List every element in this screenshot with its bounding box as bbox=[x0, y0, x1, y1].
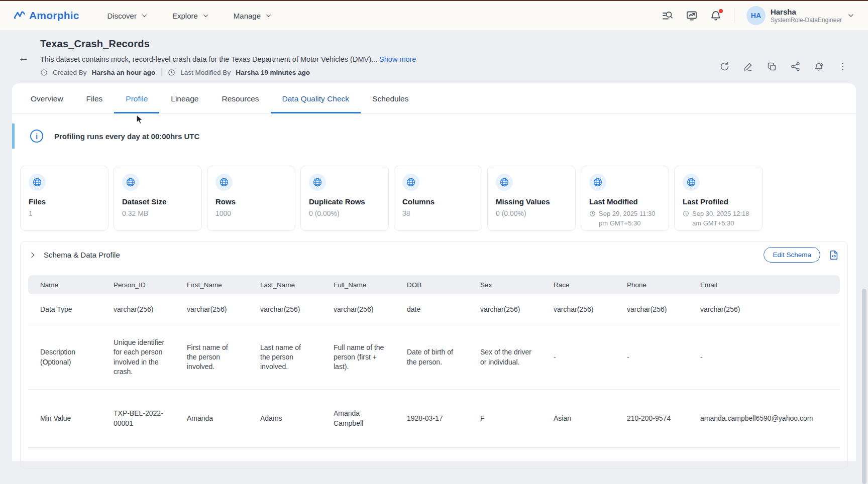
cell-dob: Date of birth of the person. bbox=[407, 347, 480, 367]
cell-text: Full name of the person (first + last). bbox=[334, 343, 385, 372]
table-row-data-type: Data Typevarchar(256)varchar(256)varchar… bbox=[28, 294, 840, 325]
tab-schedules[interactable]: Schedules bbox=[361, 83, 420, 113]
stat-date-text: Sep 29, 2025 11:30 pm GMT+5:30 bbox=[599, 209, 661, 228]
nav-menu-label: Manage bbox=[234, 12, 261, 20]
notifications-bell-icon[interactable] bbox=[710, 10, 722, 22]
amorphic-logo[interactable]: Amorphic bbox=[13, 9, 79, 22]
show-more-link[interactable]: Show more bbox=[379, 55, 416, 63]
divider bbox=[734, 8, 734, 23]
column-header-phone: Phone bbox=[627, 281, 700, 289]
edit-pencil-icon[interactable] bbox=[743, 61, 753, 72]
cell-dob: 1928-03-17 bbox=[407, 414, 480, 423]
tab-data-quality-check[interactable]: Data Quality Check bbox=[271, 83, 361, 113]
nav-menu-label: Explore bbox=[172, 12, 198, 20]
search-icon[interactable] bbox=[662, 10, 674, 22]
cell-person_id: Unique identifier for each person involv… bbox=[114, 338, 187, 377]
column-header-name: Name bbox=[28, 281, 114, 289]
column-header-sex: Sex bbox=[480, 281, 554, 289]
info-icon: i bbox=[30, 130, 43, 143]
globe-icon bbox=[593, 177, 603, 187]
stat-label: Duplicate Rows bbox=[309, 197, 380, 206]
more-options-kebab-icon[interactable] bbox=[837, 61, 848, 72]
schema-section: Schema & Data Profile Edit Schema NamePe… bbox=[20, 241, 848, 468]
dataset-header: ← Texas_Crash_Records This dataset conta… bbox=[0, 30, 868, 76]
cell-first_name: Amanda bbox=[187, 414, 260, 423]
stat-value: 0.32 MB bbox=[122, 209, 193, 217]
stat-card-last-modified: Last ModifiedSep 29, 2025 11:30 pm GMT+5… bbox=[581, 166, 669, 231]
cell-text: varchar(256) bbox=[700, 305, 751, 314]
cell-text: First name of the person involved. bbox=[187, 343, 238, 372]
cell-race: varchar(256) bbox=[554, 305, 627, 314]
globe-icon bbox=[406, 177, 416, 187]
tab-profile[interactable]: Profile bbox=[114, 83, 159, 113]
row-name-cell: Data Type bbox=[28, 305, 114, 314]
column-header-person_id: Person_ID bbox=[114, 281, 187, 289]
user-menu[interactable]: HA Harsha SystemRole-DataEngineer bbox=[746, 6, 855, 25]
nav-menu-explore[interactable]: Explore bbox=[172, 12, 209, 20]
stat-label: Rows bbox=[215, 197, 287, 206]
column-header-email: Email bbox=[700, 281, 774, 289]
cell-race: - bbox=[554, 352, 627, 362]
nav-menu-discover[interactable]: Discover bbox=[107, 12, 148, 20]
cell-text: Min Value bbox=[40, 414, 88, 423]
cell-text: Adams bbox=[260, 414, 311, 423]
stat-card-columns: Columns38 bbox=[394, 166, 482, 231]
cell-text: - bbox=[627, 352, 678, 362]
tab-resources[interactable]: Resources bbox=[210, 83, 270, 113]
banner-accent-bar bbox=[12, 124, 15, 149]
cell-text: date bbox=[407, 305, 458, 314]
globe-icon bbox=[219, 177, 229, 187]
created-by-value: Harsha an hour ago bbox=[92, 69, 156, 76]
stat-label: Files bbox=[29, 197, 100, 206]
cell-last_name: varchar(256) bbox=[260, 305, 334, 314]
notification-settings-icon[interactable] bbox=[814, 61, 824, 72]
refresh-icon[interactable] bbox=[719, 61, 730, 72]
cell-person_id: TXP-BEL-2022-00001 bbox=[114, 409, 187, 428]
cell-text: - bbox=[554, 352, 605, 362]
cell-full_name: varchar(256) bbox=[334, 305, 407, 314]
cell-full_name: Amanda Campbell bbox=[334, 409, 407, 428]
chevron-right-icon[interactable] bbox=[29, 251, 37, 259]
user-name: Harsha bbox=[771, 8, 842, 17]
page-scrollbar[interactable] bbox=[862, 289, 866, 484]
cell-text: 210-200-9574 bbox=[627, 414, 678, 423]
tab-files[interactable]: Files bbox=[75, 83, 115, 113]
share-icon[interactable] bbox=[790, 61, 801, 72]
stat-card-rows: Rows1000 bbox=[207, 166, 295, 231]
user-role: SystemRole-DataEngineer bbox=[771, 17, 842, 24]
column-header-full_name: Full_Name bbox=[334, 281, 407, 289]
globe-icon bbox=[32, 177, 42, 187]
chevron-down-icon bbox=[141, 12, 148, 20]
cell-phone: - bbox=[627, 352, 700, 362]
cell-sex: varchar(256) bbox=[480, 305, 554, 314]
cell-text: Last name of the person involved. bbox=[260, 343, 311, 372]
schema-section-title: Schema & Data Profile bbox=[44, 251, 120, 259]
cell-text: Date of birth of the person. bbox=[407, 347, 458, 367]
cell-text: Sex of the driver or individual. bbox=[480, 347, 531, 367]
stat-card-icon bbox=[122, 174, 139, 191]
brand-name: Amorphic bbox=[29, 10, 79, 22]
back-arrow-button[interactable]: ← bbox=[18, 51, 29, 76]
navbar: Amorphic DiscoverExploreManage HA bbox=[0, 1, 868, 30]
tab-overview[interactable]: Overview bbox=[19, 83, 75, 113]
page-title: Texas_Crash_Records bbox=[40, 38, 719, 50]
globe-icon bbox=[312, 177, 322, 187]
cell-full_name: Full name of the person (first + last). bbox=[334, 343, 407, 372]
edit-schema-button[interactable]: Edit Schema bbox=[764, 247, 820, 263]
insights-monitor-icon[interactable] bbox=[686, 10, 698, 22]
dataset-description: This dataset contains mock, record-level… bbox=[40, 55, 377, 63]
stat-card-icon bbox=[589, 174, 606, 191]
modified-by-label: Last Modified By bbox=[180, 69, 231, 76]
schema-json-file-icon[interactable] bbox=[828, 250, 839, 261]
table-row-description-optional-: Description (Optional)Unique identifier … bbox=[28, 325, 840, 390]
tab-lineage[interactable]: Lineage bbox=[159, 83, 210, 113]
globe-icon bbox=[499, 177, 509, 187]
nav-menu-manage[interactable]: Manage bbox=[234, 12, 272, 20]
cell-phone: 210-200-9574 bbox=[627, 414, 700, 423]
stat-value: 0 (0.00%) bbox=[309, 209, 380, 217]
clone-copy-icon[interactable] bbox=[767, 61, 777, 72]
stat-card-duplicate-rows: Duplicate Rows0 (0.00%) bbox=[300, 166, 389, 231]
stat-card-icon bbox=[683, 174, 700, 191]
stat-card-icon bbox=[29, 174, 46, 191]
stat-card-last-profiled: Last ProfiledSep 30, 2025 12:18 am GMT+5… bbox=[674, 166, 763, 231]
